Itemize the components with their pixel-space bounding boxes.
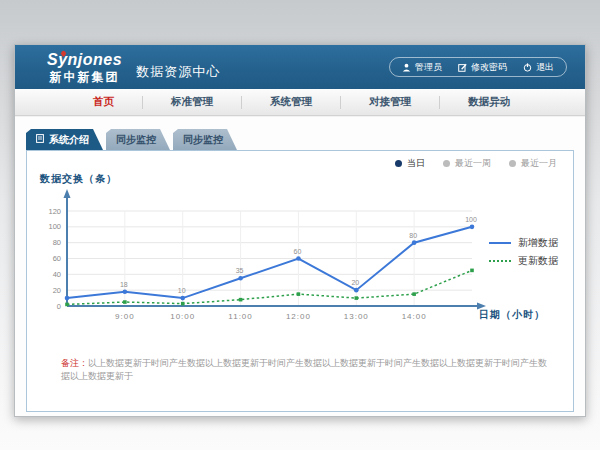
svg-text:18: 18 [120,281,128,288]
x-axis-title: 日期（小时） [479,308,545,322]
user-icon [402,63,411,72]
chart-panel: 当日 最近一周 最近一月 数据交换（条） 0204060801001209:00… [26,150,574,412]
svg-text:100: 100 [465,216,477,223]
logout-label: 退出 [536,61,554,74]
svg-text:100: 100 [48,222,61,231]
tab-system-intro[interactable]: 系统介绍 [26,129,103,150]
svg-text:11:00: 11:00 [228,312,252,321]
svg-text:120: 120 [48,207,61,216]
nav-item-system-management[interactable]: 系统管理 [242,95,340,109]
nav-item-standard-management[interactable]: 标准管理 [143,95,241,109]
svg-text:14:00: 14:00 [402,312,427,321]
app-header: Synjones 新中新集团 数据资源中心 管理员 修改密码 [15,45,585,89]
nav-item-home[interactable]: 首页 [65,95,142,109]
footnote-text: 以上数据更新于时间产生数据以上数据更新于时间产生数据以上数据更新于时间产生数据以… [61,358,547,381]
page-title: 数据资源中心 [136,63,220,81]
tab-bar: 系统介绍 同步监控 同步监控 [26,129,240,150]
brand-company-name: 新中新集团 [47,71,122,83]
main-nav: 首页 标准管理 系统管理 对接管理 数据异动 [15,89,585,116]
svg-text:0: 0 [57,302,61,311]
user-bar: 管理员 修改密码 退出 [389,57,567,77]
svg-text:20: 20 [351,279,359,286]
legend-item-new-data[interactable]: 新增数据 [489,234,558,252]
nav-item-data-change[interactable]: 数据异动 [440,95,538,109]
solid-line-icon [489,242,511,244]
svg-text:40: 40 [53,270,61,279]
admin-user-label: 管理员 [415,61,442,74]
chart-legend: 新增数据 更新数据 [489,234,558,270]
svg-text:60: 60 [53,254,61,263]
brand-logo-text: Synjones [47,52,122,68]
footnote: 备注：以上数据更新于时间产生数据以上数据更新于时间产生数据以上数据更新于时间产生… [61,357,553,382]
legend-updated-data-label: 更新数据 [518,254,558,268]
legend-item-updated-data[interactable]: 更新数据 [489,252,558,270]
svg-text:20: 20 [53,286,61,295]
change-password-button[interactable]: 修改密码 [458,61,507,74]
tab-sync-monitor-2[interactable]: 同步监控 [173,129,237,150]
svg-text:10: 10 [178,287,186,294]
brand-logo: Synjones 新中新集团 [47,52,122,83]
edit-icon [458,63,467,72]
svg-text:80: 80 [409,232,417,239]
footnote-prefix: 备注： [61,358,88,368]
tab-sync-monitor-1[interactable]: 同步监控 [106,129,170,150]
tab-system-intro-label: 系统介绍 [49,133,89,147]
svg-text:12:00: 12:00 [286,312,311,321]
document-icon [36,134,44,145]
dotted-line-icon [489,260,511,262]
tab-sync-monitor-1-label: 同步监控 [116,133,156,147]
logout-button[interactable]: 退出 [523,61,554,74]
app-window: Synjones 新中新集团 数据资源中心 管理员 修改密码 [14,44,586,417]
svg-text:60: 60 [294,248,302,255]
svg-text:13:00: 13:00 [344,312,369,321]
logout-icon [523,63,532,72]
svg-text:35: 35 [236,267,244,274]
content-area: 系统介绍 同步监控 同步监控 当日 最近一周 [15,117,585,416]
svg-text:10:00: 10:00 [170,312,195,321]
admin-user-button[interactable]: 管理员 [402,61,442,74]
nav-item-interface-management[interactable]: 对接管理 [341,95,439,109]
svg-text:9:00: 9:00 [115,312,135,321]
change-password-label: 修改密码 [471,61,507,74]
tab-sync-monitor-2-label: 同步监控 [183,133,223,147]
legend-new-data-label: 新增数据 [518,236,558,250]
svg-text:80: 80 [53,238,61,247]
